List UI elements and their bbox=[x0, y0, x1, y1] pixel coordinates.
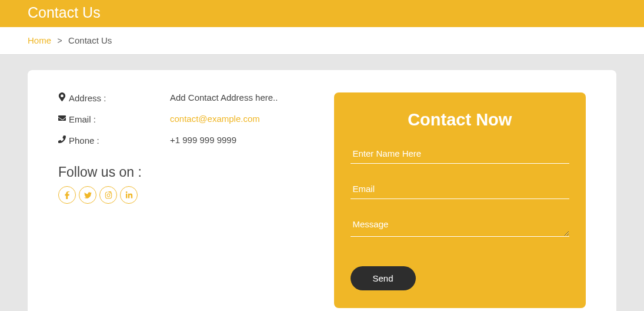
header-band: Contact Us bbox=[0, 0, 644, 27]
social-row bbox=[58, 186, 311, 204]
breadcrumb-home-link[interactable]: Home bbox=[28, 35, 51, 45]
follow-heading: Follow us on : bbox=[58, 164, 311, 180]
phone-icon bbox=[58, 135, 66, 145]
email-input[interactable] bbox=[351, 179, 570, 199]
facebook-icon[interactable] bbox=[58, 186, 76, 204]
email-link[interactable]: contact@example.com bbox=[170, 114, 260, 124]
form-title: Contact Now bbox=[351, 110, 570, 130]
name-input[interactable] bbox=[351, 144, 570, 164]
instagram-icon[interactable] bbox=[99, 186, 117, 204]
phone-label: Phone : bbox=[69, 135, 99, 145]
twitter-icon[interactable] bbox=[79, 186, 96, 204]
map-marker-icon bbox=[58, 92, 66, 103]
email-label: Email : bbox=[69, 114, 96, 124]
send-button[interactable]: Send bbox=[351, 266, 416, 290]
breadcrumb-separator: > bbox=[57, 36, 62, 45]
address-row: Address : Add Contact Address here.. bbox=[58, 92, 311, 103]
linkedin-icon[interactable] bbox=[120, 186, 138, 204]
address-label: Address : bbox=[69, 93, 106, 103]
contact-form-panel: Contact Now Send bbox=[334, 92, 586, 308]
phone-value: +1 999 999 9999 bbox=[170, 135, 311, 145]
contact-card: Address : Add Contact Address here.. Ema… bbox=[28, 70, 616, 311]
breadcrumb: Home > Contact Us bbox=[0, 27, 644, 55]
page-title: Contact Us bbox=[28, 4, 616, 21]
address-value: Add Contact Address here.. bbox=[170, 92, 311, 103]
breadcrumb-current: Contact Us bbox=[68, 35, 112, 45]
envelope-icon bbox=[58, 114, 66, 124]
message-input[interactable] bbox=[351, 214, 570, 237]
email-row: Email : contact@example.com bbox=[58, 114, 311, 124]
phone-row: Phone : +1 999 999 9999 bbox=[58, 135, 311, 145]
